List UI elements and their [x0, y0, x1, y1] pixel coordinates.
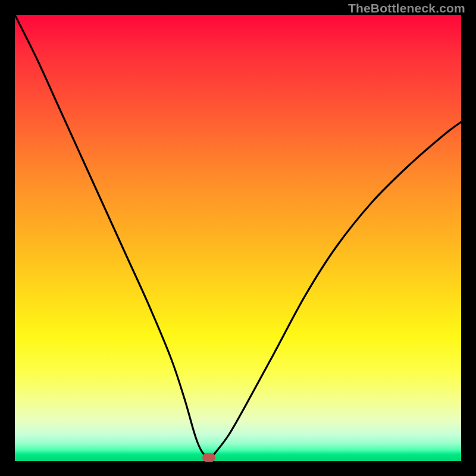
chart-frame: TheBottleneck.com [0, 0, 476, 476]
bottleneck-marker [202, 453, 215, 462]
plot-area [15, 15, 461, 461]
bottleneck-curve [15, 15, 461, 461]
watermark-text: TheBottleneck.com [348, 1, 465, 15]
